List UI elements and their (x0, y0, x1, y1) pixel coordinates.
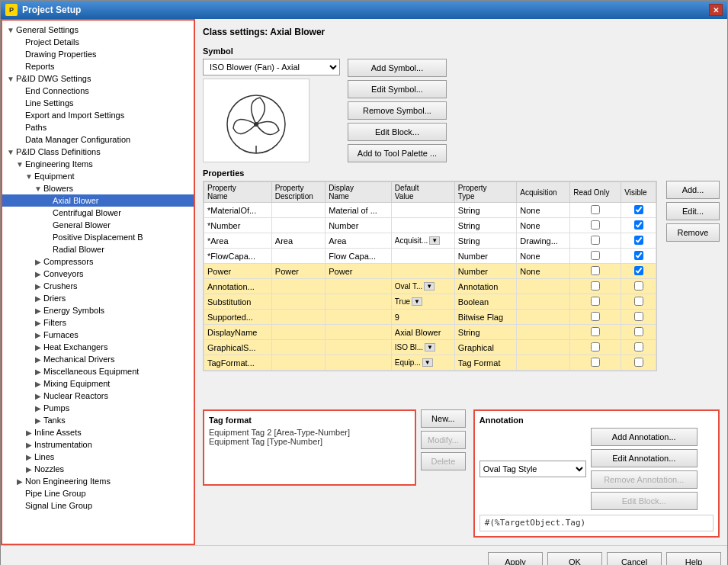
table-row[interactable]: Annotation...Oval T...▼Annotation (204, 279, 656, 294)
tree-item-tanks[interactable]: ▶Tanks (2, 414, 194, 426)
table-row[interactable]: *NumberNumberStringNone (204, 218, 656, 233)
tree-item-data-manager[interactable]: Data Manager Configuration (2, 133, 194, 146)
tree-label-compressors: Compressors (43, 257, 93, 266)
tag-format-line: Equipment Tag 2 [Area-Type-Number] (209, 428, 410, 437)
remove-symbol-button[interactable]: Remove Symbol... (348, 101, 447, 120)
tree-item-compressors[interactable]: ▶Compressors (2, 255, 194, 268)
annotation-box: Annotation Oval Tag Style Add Annotation… (473, 409, 720, 538)
tree-item-drawing-properties[interactable]: Drawing Properties (2, 48, 194, 60)
window-title: Project Setup (22, 5, 81, 15)
col-visible: Visible (621, 182, 656, 203)
tree-label-furnaces: Furnaces (43, 330, 79, 339)
tree-item-equipment[interactable]: ▼Equipment (2, 170, 194, 182)
cancel-button[interactable]: Cancel (607, 552, 662, 565)
tree-item-pid-dwg-settings[interactable]: ▼P&ID DWG Settings (2, 72, 194, 85)
table-row[interactable]: *MaterialOf...Material of ...StringNone (204, 203, 656, 218)
tree-item-blowers[interactable]: ▼Blowers (2, 182, 194, 194)
tree-label-miscellaneous-equipment: Miscellaneous Equipment (43, 367, 139, 376)
tree-item-furnaces[interactable]: ▶Furnaces (2, 329, 194, 341)
tree-item-radial-blower[interactable]: Radial Blower (2, 243, 194, 255)
add-symbol-button[interactable]: Add Symbol... (348, 59, 447, 77)
tag-format-box: Tag format Equipment Tag 2 [Area-Type-Nu… (203, 409, 416, 486)
tree-item-axial-blower[interactable]: Axial Blower (2, 194, 194, 207)
tree-item-centrifugal-blower[interactable]: Centrifugal Blower (2, 207, 194, 219)
tree-item-project-details[interactable]: Project Details (2, 36, 194, 48)
col-display-name: DisplayName (326, 182, 392, 203)
table-row[interactable]: DisplayNameAxial BlowerString (204, 325, 656, 340)
table-row[interactable]: GraphicalS...ISO Bl...▼Graphical (204, 340, 656, 355)
tree-item-non-engineering[interactable]: ▶Non Engineering Items (2, 475, 194, 487)
table-row[interactable]: SubstitutionTrue▼Boolean (204, 294, 656, 310)
table-row[interactable]: *AreaAreaAreaAcquisit...▼StringDrawing..… (204, 233, 656, 249)
tree-item-general-blower[interactable]: General Blower (2, 219, 194, 231)
tree-label-general-blower: General Blower (53, 220, 111, 230)
table-side-buttons: Add... Edit... Remove (666, 181, 720, 371)
tag-format-delete-button[interactable]: Delete (421, 452, 466, 470)
tree-item-engineering-items[interactable]: ▼Engineering Items (2, 158, 194, 170)
tree-label-tanks: Tanks (43, 416, 66, 425)
tag-format-new-button[interactable]: New... (421, 409, 466, 428)
annotation-buttons: Add Annotation... Edit Annotation... Rem… (591, 428, 698, 510)
tree-item-driers[interactable]: ▶Driers (2, 292, 194, 304)
properties-section: Properties PropertyName PropertyDescript… (203, 169, 720, 400)
tree-item-mixing-equipment[interactable]: ▶Mixing Equipment (2, 377, 194, 390)
tree-item-mechanical-drivers[interactable]: ▶Mechanical Drivers (2, 353, 194, 365)
add-annotation-button[interactable]: Add Annotation... (591, 428, 698, 446)
tree-item-reports[interactable]: Reports (2, 60, 194, 72)
tree-item-pumps[interactable]: ▶Pumps (2, 402, 194, 414)
tree-label-filters: Filters (43, 318, 66, 327)
tree-label-radial-blower: Radial Blower (53, 245, 104, 254)
tree-label-equipment: Equipment (34, 172, 75, 181)
help-button[interactable]: Help (666, 552, 721, 565)
table-row[interactable]: PowerPowerPowerNumberNone (204, 264, 656, 279)
tree-label-data-manager: Data Manager Configuration (25, 135, 130, 144)
table-row[interactable]: TagFormat...Equip...▼Tag Format (204, 355, 656, 371)
tree-item-miscellaneous-equipment[interactable]: ▶Miscellaneous Equipment (2, 365, 194, 377)
tree-item-end-connections[interactable]: End Connections (2, 85, 194, 97)
tree-item-energy-symbols[interactable]: ▶Energy Symbols (2, 304, 194, 316)
tree-label-blowers: Blowers (43, 184, 73, 193)
col-property-name: PropertyName (204, 182, 272, 203)
annotation-edit-block-button[interactable]: Edit Block... (591, 492, 698, 510)
tree-item-general-settings[interactable]: ▼General Settings (2, 24, 194, 36)
tree-item-positive-displacement[interactable]: Positive Displacement B (2, 231, 194, 243)
apply-button[interactable]: Apply (488, 552, 543, 565)
tree-label-paths: Paths (25, 123, 47, 132)
tree-item-lines[interactable]: ▶Lines (2, 451, 194, 463)
edit-annotation-button[interactable]: Edit Annotation... (591, 449, 698, 467)
edit-symbol-button[interactable]: Edit Symbol... (348, 80, 447, 98)
tag-format-modify-button[interactable]: Modify... (421, 431, 466, 449)
tag-format-line: Equipment Tag [Type-Number] (209, 437, 410, 446)
tree-item-heat-exchangers[interactable]: ▶Heat Exchangers (2, 341, 194, 353)
symbol-dropdown[interactable]: ISO Blower (Fan) - Axial (203, 59, 340, 75)
tree-item-crushers[interactable]: ▶Crushers (2, 280, 194, 292)
edit-block-button[interactable]: Edit Block... (348, 123, 447, 141)
tree-item-export-import[interactable]: Export and Import Settings (2, 109, 194, 121)
tree-item-line-settings[interactable]: Line Settings (2, 97, 194, 109)
tree-item-instrumentation[interactable]: ▶Instrumentation (2, 438, 194, 451)
tree-item-nozzles[interactable]: ▶Nozzles (2, 463, 194, 475)
col-property-desc: PropertyDescription (271, 182, 325, 203)
tree-item-conveyors[interactable]: ▶Conveyors (2, 268, 194, 280)
table-row[interactable]: Supported...9Bitwise Flag (204, 310, 656, 325)
tree-item-paths[interactable]: Paths (2, 121, 194, 133)
annotation-style-dropdown[interactable]: Oval Tag Style (479, 461, 586, 477)
tree-item-filters[interactable]: ▶Filters (2, 316, 194, 329)
remove-annotation-button[interactable]: Remove Annotation... (591, 470, 698, 489)
remove-property-button[interactable]: Remove (666, 223, 720, 242)
tree-item-inline-assets[interactable]: ▶Inline Assets (2, 426, 194, 438)
table-row[interactable]: *FlowCapa...Flow Capa...NumberNone (204, 249, 656, 264)
tree-item-pid-class-defs[interactable]: ▼P&ID Class Definitions (2, 146, 194, 158)
tree-label-energy-symbols: Energy Symbols (43, 306, 104, 315)
tree-item-signal-line-group[interactable]: Signal Line Group (2, 499, 194, 512)
add-palette-button[interactable]: Add to Tool Palette ... (348, 144, 447, 162)
tree-item-pipe-line-group[interactable]: Pipe Line Group (2, 487, 194, 499)
add-property-button[interactable]: Add... (666, 181, 720, 199)
tree-item-nuclear-reactors[interactable]: ▶Nuclear Reactors (2, 390, 194, 402)
tree-label-reports: Reports (25, 62, 55, 71)
properties-table: PropertyName PropertyDescription Display… (204, 181, 656, 371)
close-button[interactable]: ✕ (709, 4, 723, 16)
edit-property-button[interactable]: Edit... (666, 202, 720, 220)
app-icon: P (5, 4, 18, 16)
ok-button[interactable]: OK (547, 552, 602, 565)
